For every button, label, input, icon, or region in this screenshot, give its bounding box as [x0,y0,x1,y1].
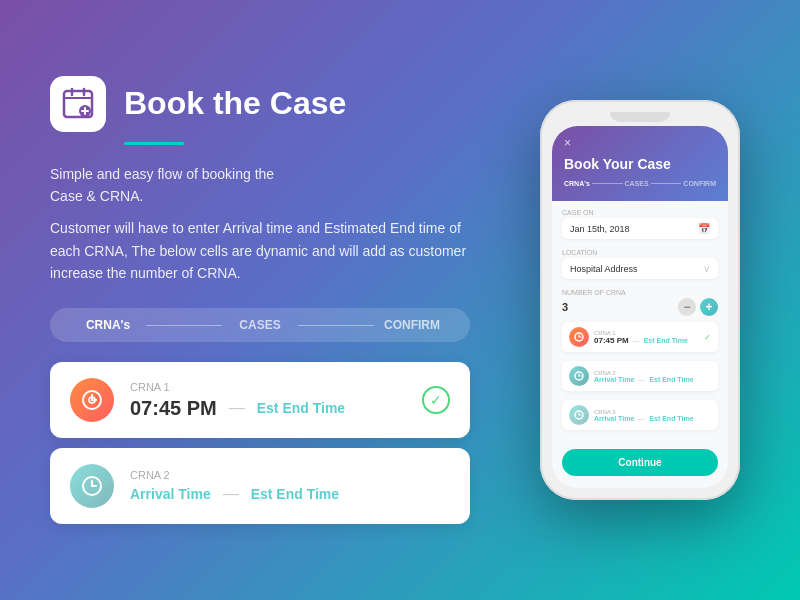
phone-crna3-card: CRNA 3 Arrival Time — Est End Time [562,400,718,430]
location-field[interactable]: Hospital Address ∨ [562,258,718,279]
title-row: Book the Case [50,76,470,132]
phone-crna1-icon [569,327,589,347]
crna-card-2: CRNA 2 Arrival Time — Est End Time [50,448,470,524]
location-section: LOCATION Hospital Address ∨ [562,249,718,283]
app-icon [50,76,106,132]
phone-crna1-time[interactable]: 07:45 PM [594,336,629,345]
phone-crna1-details: CRNA 1 07:45 PM — Est End Time [594,330,699,345]
phone-crna2-est[interactable]: Est End Time [649,376,693,383]
phone-step-confirm[interactable]: CONFIRM [683,180,716,187]
crna2-icon [70,464,114,508]
phone-notch [610,112,670,122]
crna2-name: CRNA 2 [130,469,450,481]
case-on-field[interactable]: Jan 15th, 2018 📅 [562,218,718,239]
phone-continue-button[interactable]: Continue [562,449,718,476]
left-panel: Book the Case Simple and easy flow of bo… [50,76,470,525]
crna-card-1: CRNA 1 07:45 PM — Est End Time ✓ [50,362,470,438]
crna1-dash: — [229,399,245,417]
step-confirm[interactable]: CONFIRM [374,318,450,332]
step-cases[interactable]: CASES [222,318,298,332]
phone-mockup: × Book Your Case CRNA's CASES CONFIRM CA… [540,100,740,500]
phone-step-line-1 [592,183,623,185]
crna1-time-row: 07:45 PM — Est End Time [130,397,406,420]
title-underline [124,142,184,145]
phone-crna2-time-row: Arrival Time — Est End Time [594,376,711,383]
crna-increment-button[interactable]: + [700,298,718,316]
crna1-check: ✓ [422,386,450,414]
phone-crna2-card: CRNA 2 Arrival Time — Est End Time [562,361,718,391]
case-on-value: Jan 15th, 2018 [570,224,630,234]
main-title: Book the Case [124,86,346,121]
crna1-est[interactable]: Est End Time [257,400,345,416]
phone-crna2-details: CRNA 2 Arrival Time — Est End Time [594,370,711,383]
phone-step-line-2 [651,183,682,185]
counter-buttons: − + [678,298,718,316]
crna-count-section: NUMBER OF CRNA 3 − + [562,289,718,316]
step-crna[interactable]: CRNA's [70,318,146,332]
phone-crna3-icon [569,405,589,425]
crna1-details: CRNA 1 07:45 PM — Est End Time [130,381,406,420]
phone-step-crna[interactable]: CRNA's [564,180,590,187]
case-on-section: CASE ON Jan 15th, 2018 📅 [562,209,718,243]
phone-crna3-details: CRNA 3 Arrival Time — Est End Time [594,409,711,422]
phone-crna2-dash: — [638,376,645,383]
phone-crna3-time-row: Arrival Time — Est End Time [594,415,711,422]
calendar-icon: 📅 [698,223,710,234]
phone-crna1-est[interactable]: Est End Time [644,337,688,344]
step-bar: CRNA's CASES CONFIRM [50,308,470,342]
phone-crna1-time-row: 07:45 PM — Est End Time [594,336,699,345]
description2: Customer will have to enter Arrival time… [50,217,470,284]
crna1-icon [70,378,114,422]
crna1-name: CRNA 1 [130,381,406,393]
crna2-dash: — [223,485,239,503]
phone-crna2-arrival[interactable]: Arrival Time [594,376,634,383]
phone-crna3-est[interactable]: Est End Time [649,415,693,422]
phone-crna1-dash: — [633,337,640,344]
right-panel: × Book Your Case CRNA's CASES CONFIRM CA… [530,100,750,500]
location-value: Hospital Address [570,264,638,274]
crna2-est[interactable]: Est End Time [251,486,339,502]
phone-step-cases[interactable]: CASES [625,180,649,187]
chevron-down-icon: ∨ [703,263,710,274]
crna-cards-list: CRNA 1 07:45 PM — Est End Time ✓ CRNA 2 [50,362,470,524]
phone-header: × Book Your Case CRNA's CASES CONFIRM [552,126,728,201]
step-line-2 [298,325,374,326]
crna1-time[interactable]: 07:45 PM [130,397,217,420]
crna2-arrival[interactable]: Arrival Time [130,486,211,502]
case-on-label: CASE ON [562,209,718,216]
phone-crna1-card: CRNA 1 07:45 PM — Est End Time ✓ [562,322,718,352]
crna-decrement-button[interactable]: − [678,298,696,316]
phone-screen: × Book Your Case CRNA's CASES CONFIRM CA… [552,126,728,488]
phone-body: CASE ON Jan 15th, 2018 📅 LOCATION Hospit… [552,201,728,488]
crna2-details: CRNA 2 Arrival Time — Est End Time [130,469,450,503]
crna-count-label: NUMBER OF CRNA [562,289,718,296]
phone-close-btn[interactable]: × [564,136,716,150]
phone-title: Book Your Case [564,156,716,172]
phone-crna3-dash: — [638,415,645,422]
description1: Simple and easy flow of booking the Case… [50,163,470,208]
crna-count-value: 3 [562,301,568,313]
location-label: LOCATION [562,249,718,256]
phone-crna3-arrival[interactable]: Arrival Time [594,415,634,422]
crna2-time-row: Arrival Time — Est End Time [130,485,450,503]
phone-crna1-check: ✓ [704,333,711,342]
crna-counter-row: 3 − + [562,298,718,316]
step-line-1 [146,325,222,326]
phone-steps: CRNA's CASES CONFIRM [564,180,716,187]
phone-crna2-icon [569,366,589,386]
